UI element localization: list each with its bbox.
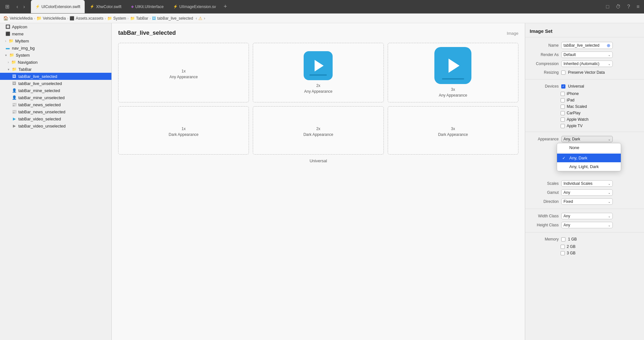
grid-icon-button[interactable]: ⊞ (3, 3, 12, 10)
image-cell-3x-any[interactable]: 3xAny Appearance (388, 43, 518, 102)
gamut-label: Gamut (530, 190, 559, 195)
scales-label: Scales (530, 181, 559, 186)
ipad-checkbox[interactable] (561, 98, 565, 102)
direction-label: Direction (530, 199, 559, 204)
sidebar-item-tablive-unselected[interactable]: 🖼 tabBar_live_unselected (0, 80, 111, 87)
carplay-checkbox[interactable] (561, 111, 565, 115)
image-icon: 🖼 (152, 16, 156, 21)
breadcrumb-back[interactable]: ‹ (196, 16, 197, 21)
image-cell-1x-any[interactable]: 1xAny Appearance (118, 43, 249, 102)
sidebar-item-tabvideo-unselected[interactable]: ▶ tabBar_video_unselected (0, 122, 111, 129)
tab-uikit[interactable]: ◆ UIKit.UIInterface (127, 0, 168, 13)
width-class-select[interactable]: Any ⌄ (561, 213, 613, 219)
image-cell-2x-dark[interactable]: 2xDark Appearance (253, 106, 384, 155)
height-class-select[interactable]: Any ⌄ (561, 222, 613, 228)
breadcrumb: 🏠 VehicleMedia › 📁 VehicleMedia › ⬛ Asse… (0, 14, 644, 23)
right-panel-title: Image Set (525, 27, 644, 37)
play-triangle-2x (315, 60, 324, 71)
memory-1gb-checkbox[interactable] (561, 237, 565, 241)
image-cell-2x-any[interactable]: 2xAny Appearance (253, 43, 384, 102)
breadcrumb-tablive[interactable]: 🖼 tabBar_live_selected (152, 16, 193, 21)
folder-icon-system: 📁 (9, 52, 14, 58)
breadcrumb-label-4: System (113, 16, 126, 21)
direction-value: Fixed (564, 199, 573, 204)
compression-select[interactable]: Inherited (Automatic) ⌄ (561, 61, 613, 67)
swift-file-icon: ⚡ (35, 5, 40, 9)
memory-3gb-checkbox[interactable] (561, 251, 565, 255)
sidebar-item-navimgbg[interactable]: ▬ nav_img_bg (0, 44, 111, 52)
memory-2gb-checkbox[interactable] (561, 245, 565, 249)
image-cell-1x-dark[interactable]: 1xDark Appearance (118, 106, 249, 155)
tab-uiimage[interactable]: ⚡ UIImageExtension.sv (169, 0, 220, 13)
mac-scaled-checkbox[interactable] (561, 105, 565, 109)
field-row-gamut: Gamut Any ⌄ (525, 188, 644, 197)
render-as-select[interactable]: Default ⌄ (561, 52, 613, 58)
settings-icon-button[interactable]: ≡ (635, 3, 641, 10)
scales-select[interactable]: Individual Scales ⌄ (561, 180, 613, 187)
sidebar-item-tabmine-selected[interactable]: 👤 tabBar_mine_selected (0, 87, 111, 94)
appearance-select[interactable]: Any, Dark ⌄ (561, 136, 613, 142)
breadcrumb-system[interactable]: 📁 System (107, 16, 126, 21)
history-icon-button[interactable]: ⏱ (614, 3, 623, 10)
add-tab-button[interactable]: + (221, 3, 230, 11)
breadcrumb-vehiclemedia-1[interactable]: 🏠 VehicleMedia (3, 16, 33, 21)
sidebar-item-label: nav_img_bg (12, 46, 35, 51)
dropdown-item-any-light-dark[interactable]: Any, Light, Dark (557, 162, 621, 171)
dropdown-item-none[interactable]: None (557, 143, 621, 152)
breadcrumb-vehiclemedia-2[interactable]: 📁 VehicleMedia (36, 16, 66, 21)
resizing-label: Resizing (530, 70, 559, 75)
name-input[interactable]: tabBar_live_selected ⊕ (561, 42, 613, 49)
breadcrumb-label-2: VehicleMedia (43, 16, 66, 21)
sidebar-item-appicon[interactable]: 🔲 AppIcon (0, 23, 111, 30)
compression-label: Compression (530, 61, 559, 66)
sidebar-item-label: System (16, 53, 30, 58)
document-icon-button[interactable]: □ (604, 3, 611, 10)
field-row-memory: Memory 1 GB (525, 235, 644, 243)
sidebar-item-system[interactable]: ▾ 📁 System (0, 52, 111, 59)
sidebar-item-tabvideo-selected[interactable]: ▶ tabBar_video_selected (0, 115, 111, 122)
sidebar-item-tabnews-unselected[interactable]: 📰 tabBar_news_unselected (0, 108, 111, 115)
preserve-vector-checkbox[interactable] (561, 71, 565, 75)
swift-file-icon-2: ⚡ (90, 5, 94, 9)
sidebar-item-navigation[interactable]: › 📁 Navigation (0, 59, 111, 66)
sidebar-item-tablive-selected[interactable]: 🖼 tabBar_live_selected (0, 73, 111, 80)
play-icon-box-2x (304, 51, 333, 80)
iphone-label: iPhone (567, 91, 579, 96)
folder-icon: 📁 (8, 38, 14, 43)
top-bar: ⊞ ‹ › ⚡ UIColorExtension.swift ⚡ XhwColo… (0, 0, 644, 14)
breadcrumb-tabbar[interactable]: 📁 TabBar (130, 16, 148, 21)
back-button[interactable]: ‹ (14, 3, 20, 10)
iphone-checkbox[interactable] (561, 92, 565, 96)
apple-tv-checkbox[interactable] (561, 124, 565, 128)
apple-watch-row: Apple Watch (525, 116, 644, 123)
field-row-name: Name tabBar_live_selected ⊕ (525, 41, 644, 50)
image-cell-3x-dark[interactable]: 3xDark Appearance (388, 106, 518, 155)
direction-select[interactable]: Fixed ⌄ (561, 198, 613, 205)
memory-2gb-label: 2 GB (567, 244, 575, 249)
sidebar-item-myitem[interactable]: › 📁 MyItem (0, 37, 111, 44)
apple-watch-checkbox[interactable] (561, 118, 565, 122)
help-icon-button[interactable]: ? (625, 3, 632, 10)
sidebar-item-label: tabBar_live_selected (18, 74, 57, 79)
universal-checkbox[interactable] (561, 84, 565, 89)
breadcrumb-assets[interactable]: ⬛ Assets.xcassets (70, 16, 103, 21)
dropdown-item-any-dark[interactable]: ✓ Any, Dark (557, 154, 621, 162)
breadcrumb-label-5: TabBar (136, 16, 148, 21)
sidebar-item-tabnews-selected[interactable]: 📰 tabBar_news_selected (0, 101, 111, 108)
breadcrumb-forward[interactable]: › (204, 16, 205, 21)
sidebar-item-tabbar[interactable]: ▾ 📁 TabBar (0, 66, 111, 73)
tab-uicolorextension[interactable]: ⚡ UIColorExtension.swift (31, 0, 85, 13)
forward-button[interactable]: › (21, 3, 27, 10)
gamut-select[interactable]: Any ⌄ (561, 189, 613, 196)
sidebar-item-tabmine-unselected[interactable]: 👤 tabBar_mine_unselected (0, 94, 111, 101)
preserve-vector-label: Preserve Vector Data (568, 70, 605, 75)
warning-icon: ⚠ (198, 16, 203, 21)
sidebar-item-meme[interactable]: ⬛ meme (0, 30, 111, 37)
cell-label-1x-any: 1xAny Appearance (169, 68, 198, 80)
field-row-devices-header: Devices Universal (525, 82, 644, 90)
chevron-down-icon-4: ⌄ (608, 182, 611, 185)
tab-xhwcolor[interactable]: ⚡ XhwColor.swift (85, 0, 126, 13)
field-row-direction: Direction Fixed ⌄ (525, 197, 644, 206)
sidebar-item-label: tabBar_mine_selected (18, 88, 60, 93)
carplay-row: CarPlay (525, 110, 644, 116)
